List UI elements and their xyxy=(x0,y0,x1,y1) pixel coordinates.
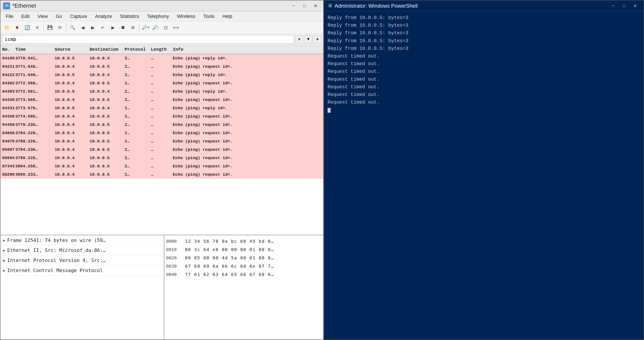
menu-view[interactable]: View xyxy=(34,12,51,20)
cell-no: 85694 xyxy=(0,156,14,160)
hex-bytes-3: 67 68 69 6a 6b 6c 6d 6e 6f 7… xyxy=(185,264,322,269)
table-row[interactable]: 84302 3772.560… 10.0.0.4 10.0.0.5 I… … E… xyxy=(0,79,323,87)
ps-line: Reply from 10.0.0.5: bytes=3 xyxy=(328,14,640,22)
filter-input[interactable] xyxy=(2,35,294,43)
tb-forward-btn[interactable]: ▶ xyxy=(88,23,98,32)
wireshark-window: 🦈 *Ethernet − □ ✕ File Edit View Go Capt… xyxy=(0,0,324,340)
tb-close-btn[interactable]: ✕ xyxy=(32,23,42,32)
detail-row[interactable]: ▶ Ethernet II, Src: Microsof_da:86:… xyxy=(0,245,164,255)
tb-capture-start-btn[interactable]: ▶ xyxy=(108,23,118,32)
packet-rows: 84185 3770.541… 10.0.0.5 10.0.0.4 I… … E… xyxy=(0,54,323,235)
table-row[interactable]: 85087 3794.230… 10.0.0.4 10.0.0.5 I… … E… xyxy=(0,146,323,154)
detail-row[interactable]: ▶ Frame 12541: 74 bytes on wire (59… xyxy=(0,235,164,245)
detail-text-3: Internet Control Message Protocol xyxy=(7,268,103,273)
menu-telephony[interactable]: Telephony xyxy=(144,12,172,20)
cell-proto: I… xyxy=(123,164,149,169)
tb-open-btn[interactable]: 📁 xyxy=(2,23,12,32)
cell-proto: I… xyxy=(123,64,149,69)
table-row[interactable]: 84303 3772.561… 10.0.0.5 10.0.0.4 I… … E… xyxy=(0,87,323,96)
menu-go[interactable]: Go xyxy=(52,12,66,20)
detail-row[interactable]: ▶ Internet Control Message Protocol xyxy=(0,266,164,276)
tb-zoom-out-btn[interactable]: 🔎- xyxy=(151,23,160,32)
tb-reload-btn[interactable]: ⟳ xyxy=(55,23,65,32)
cell-dst: 10.0.0.5 xyxy=(88,139,123,144)
ps-minimize-button[interactable]: − xyxy=(608,2,618,10)
cell-dst: 10.0.0.5 xyxy=(88,147,123,152)
close-button[interactable]: ✕ xyxy=(310,2,320,10)
packet-details: ▶ Frame 12541: 74 bytes on wire (59… ▶ E… xyxy=(0,235,164,340)
cell-info: Echo (ping) request id=. xyxy=(171,64,323,69)
ps-maximize-button[interactable]: □ xyxy=(619,2,629,10)
menu-tools[interactable]: Tools xyxy=(200,12,218,20)
table-row[interactable]: 87343 3804.250… 10.0.0.4 10.0.0.5 I… … E… xyxy=(0,162,323,170)
detail-triangle-1: ▶ xyxy=(3,248,6,253)
cell-src: 10.0.0.5 xyxy=(53,106,88,111)
cell-no: 84866 xyxy=(0,131,14,135)
cell-len: … xyxy=(149,72,171,77)
col-header-protocol: Protocol xyxy=(123,47,149,52)
tb-zoom-in-btn[interactable]: 🔎+ xyxy=(141,23,150,32)
tb-zoom-reset-btn[interactable]: ⊡ xyxy=(161,23,170,32)
table-row[interactable]: 84358 3774.585… 10.0.0.4 10.0.0.5 I… … E… xyxy=(0,112,323,121)
cell-no: 88280 xyxy=(0,172,14,177)
wireshark-title: *Ethernet xyxy=(12,2,36,9)
ps-window-controls: − □ ✕ xyxy=(608,2,640,10)
menu-statistics[interactable]: Statistics xyxy=(116,12,143,20)
table-row[interactable]: 85694 3799.229… 10.0.0.4 10.0.0.5 I… … E… xyxy=(0,154,323,162)
tb-sep2 xyxy=(66,23,66,31)
menu-wireless[interactable]: Wireless xyxy=(174,12,199,20)
table-row[interactable]: 84222 3771.549… 10.0.0.5 10.0.0.4 I… … E… xyxy=(0,71,323,79)
hex-offset-0: 0000 xyxy=(166,239,182,244)
cell-proto: I… xyxy=(123,156,149,160)
table-row[interactable]: 88280 3809.233… 10.0.0.4 10.0.0.5 I… … E… xyxy=(0,170,323,179)
cell-no: 84302 xyxy=(0,81,14,86)
tb-resize-btn[interactable]: ⟺ xyxy=(171,23,181,32)
minimize-button[interactable]: − xyxy=(289,2,299,10)
table-row[interactable]: 84185 3770.541… 10.0.0.5 10.0.0.4 I… … E… xyxy=(0,54,323,62)
tb-restart-btn[interactable]: 🔄 xyxy=(22,23,32,32)
table-row[interactable]: 84330 3773.569… 10.0.0.4 10.0.0.5 I… … E… xyxy=(0,96,323,104)
filter-dropdown-button[interactable]: ▼ xyxy=(304,35,312,43)
cell-dst: 10.0.0.4 xyxy=(88,106,123,111)
detail-row[interactable]: ▶ Internet Protocol Version 4, Src:… xyxy=(0,255,164,266)
hex-bytes-1: 00 3c 64 e6 00 00 80 01 00 0… xyxy=(185,247,322,252)
table-row[interactable]: 84331 3773.570… 10.0.0.5 10.0.0.4 I… … E… xyxy=(0,104,323,112)
tb-save-btn[interactable]: 💾 xyxy=(45,23,55,32)
cell-proto: I… xyxy=(123,131,149,135)
tb-capture-options-btn[interactable]: ⚙ xyxy=(128,23,138,32)
table-row[interactable]: 84978 3789.220… 10.0.0.4 10.0.0.5 I… … E… xyxy=(0,137,323,146)
menu-capture[interactable]: Capture xyxy=(66,12,90,20)
ps-cursor-line xyxy=(328,106,640,114)
menu-edit[interactable]: Edit xyxy=(18,12,33,20)
cell-info: Echo (ping) request id=. xyxy=(171,114,323,119)
filter-clear-button[interactable]: ✕ xyxy=(295,35,303,43)
hex-bytes-2: 00 05 08 00 4d 5a 00 01 00 0… xyxy=(185,255,322,261)
cell-proto: I… xyxy=(123,89,149,94)
ps-close-button[interactable]: ✕ xyxy=(630,2,640,10)
cell-proto: I… xyxy=(123,56,149,61)
tb-back-btn[interactable]: ◀ xyxy=(78,23,88,32)
menu-help[interactable]: Help xyxy=(219,12,236,20)
tb-stop-btn[interactable]: ■ xyxy=(12,23,22,32)
table-row[interactable]: 84866 3784.228… 10.0.0.4 10.0.0.5 I… … E… xyxy=(0,129,323,137)
cell-dst: 10.0.0.5 xyxy=(88,122,123,127)
cell-src: 10.0.0.5 xyxy=(53,89,88,94)
table-row[interactable]: 84459 3779.230… 10.0.0.4 10.0.0.5 I… … E… xyxy=(0,121,323,129)
tb-search-btn[interactable]: 🔍 xyxy=(68,23,78,32)
tb-capture-stop-btn[interactable]: ⏹ xyxy=(118,23,128,32)
cell-time: 3770.541… xyxy=(14,56,53,61)
cell-src: 10.0.0.4 xyxy=(53,114,88,119)
cell-no: 84331 xyxy=(0,106,14,111)
menu-file[interactable]: File xyxy=(2,12,17,20)
wireshark-icon: 🦈 xyxy=(3,2,10,9)
cell-no: 87343 xyxy=(0,164,14,169)
menu-analyze[interactable]: Analyze xyxy=(92,12,116,20)
maximize-button[interactable]: □ xyxy=(300,2,310,10)
tb-goto-btn[interactable]: ↵ xyxy=(98,23,108,32)
filter-add-button[interactable]: + xyxy=(314,35,322,43)
detail-text-0: Frame 12541: 74 bytes on wire (59… xyxy=(7,238,106,243)
table-row[interactable]: 84221 3771.548… 10.0.0.4 10.0.0.5 I… … E… xyxy=(0,62,323,71)
cell-len: … xyxy=(149,114,171,119)
hex-row: 0010 00 3c 64 e6 00 00 80 01 00 0… xyxy=(166,245,322,254)
cell-time: 3804.250… xyxy=(14,164,53,169)
